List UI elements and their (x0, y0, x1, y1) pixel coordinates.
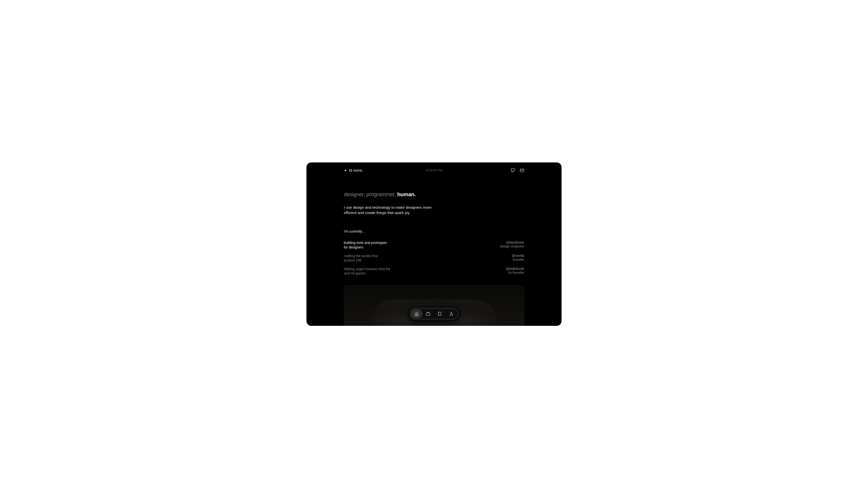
main-content: designer, programmer, human. I use desig… (306, 172, 562, 276)
sparkle-icon (344, 169, 347, 172)
header-icons (511, 168, 524, 172)
headline-muted: designer, programmer, (344, 191, 397, 197)
svg-rect-1 (427, 313, 430, 316)
role-description: building tools and prototypes for design… (344, 240, 387, 249)
portfolio-window: bt norris 4:53:08 PM designer, programme… (306, 162, 562, 326)
brand[interactable]: bt norris (344, 168, 362, 172)
dock-work[interactable] (423, 309, 434, 318)
dock-home[interactable] (411, 309, 423, 318)
headline: designer, programmer, human. (344, 191, 524, 198)
notebook-icon (438, 312, 442, 316)
header: bt norris 4:53:08 PM (306, 162, 562, 172)
role-row[interactable]: helping angel investors find the next hi… (344, 267, 524, 275)
role-company: @backbone (500, 240, 524, 245)
svg-rect-2 (439, 312, 441, 316)
home-icon (414, 312, 419, 316)
github-icon[interactable] (511, 168, 515, 172)
role-description: crafting the worlds first product IDE (344, 254, 378, 262)
headline-bold: human. (397, 191, 416, 197)
role-row[interactable]: crafting the worlds first product IDE @s… (344, 254, 524, 262)
role-meta: @indiefundr co-founder (506, 267, 524, 275)
briefcase-icon (426, 312, 430, 316)
role-title: founder (512, 258, 524, 261)
subhead: I use design and technology to make desi… (344, 205, 435, 216)
role-title: design engineer (500, 245, 524, 248)
mail-icon[interactable] (520, 168, 524, 172)
role-meta: @strella founder (512, 254, 524, 262)
flask-icon (449, 312, 454, 316)
roles-list: building tools and prototypes for design… (344, 240, 524, 275)
role-description: helping angel investors find the next hi… (344, 267, 390, 275)
dock (409, 307, 459, 320)
role-company: @indiefundr (506, 267, 524, 271)
role-meta: @backbone design engineer (500, 240, 524, 249)
current-label: I'm currently… (344, 229, 524, 233)
role-title: co-founder (506, 271, 524, 274)
role-company: @strella (512, 254, 524, 258)
dock-notes[interactable] (434, 309, 445, 318)
brand-name: bt norris (349, 168, 362, 172)
dock-lab[interactable] (445, 309, 457, 318)
clock: 4:53:08 PM (426, 168, 442, 172)
role-row[interactable]: building tools and prototypes for design… (344, 240, 524, 249)
